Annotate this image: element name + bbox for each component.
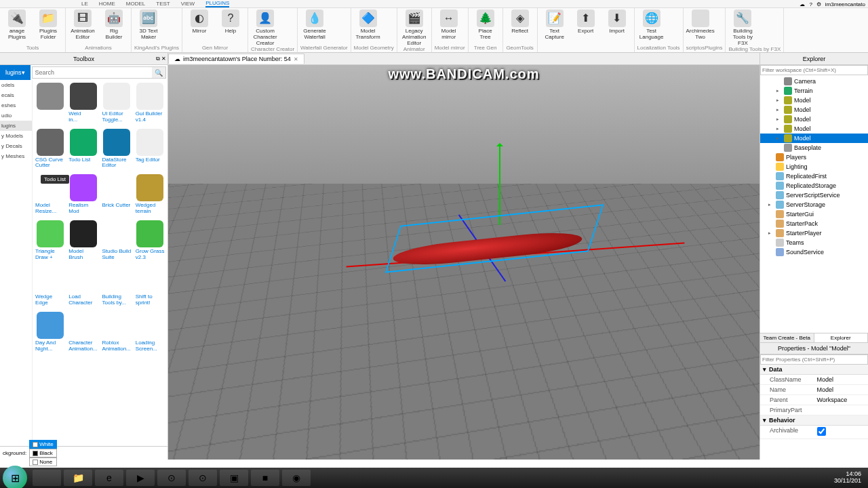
prop-archivable[interactable]: Archivable xyxy=(760,426,868,439)
ribbon-reflect[interactable]: ◈Reflect xyxy=(506,9,534,35)
taskbar-clock[interactable]: 14:06 30/11/201 xyxy=(834,471,865,485)
tree-item-lighting[interactable]: Lighting xyxy=(760,162,868,171)
plugin-item[interactable]: Weldin... xyxy=(68,83,98,123)
plugin-item[interactable]: UI EditorToggle... xyxy=(102,83,132,123)
plugin-item[interactable]: Wedge Edge xyxy=(35,266,64,306)
document-tab[interactable]: ☁ im3meencantatown's Place Number: 54 ✕ xyxy=(168,54,304,64)
tree-item-teams[interactable]: Teams xyxy=(760,238,868,247)
tree-item-camera[interactable]: Camera xyxy=(760,77,868,86)
bg-opt-white[interactable]: White xyxy=(29,440,56,449)
properties-filter[interactable] xyxy=(760,354,868,365)
taskbar-app[interactable] xyxy=(33,470,61,486)
taskbar-app[interactable]: ⊙ xyxy=(189,470,217,486)
tree-item-model[interactable]: ▸Model xyxy=(760,134,868,143)
tree-item-model[interactable]: ▸Model xyxy=(760,105,868,115)
search-icon[interactable]: 🔍 xyxy=(152,67,165,78)
taskbar-app[interactable]: ▶ xyxy=(126,470,155,486)
tree-item-starterpack[interactable]: StarterPack xyxy=(760,219,868,228)
ribbon-animation-editor[interactable]: 🎞AnimationEditor xyxy=(68,9,97,41)
plugin-item[interactable]: Todo List xyxy=(68,129,98,169)
tree-item-starterplayer[interactable]: ▸StarterPlayer xyxy=(760,228,868,238)
plugin-item[interactable]: Tag Editor xyxy=(136,129,165,169)
plugin-item[interactable]: RealismMod xyxy=(68,174,98,215)
viewport[interactable]: ☁ im3meencantatown's Place Number: 54 ✕ … xyxy=(168,53,760,460)
prop-section-data[interactable]: ▾Data xyxy=(760,365,868,375)
bg-opt-none[interactable]: None xyxy=(29,458,56,466)
panel-tab-team-create---beta[interactable]: Team Create - Beta xyxy=(760,333,814,342)
ribbon-model-mirror[interactable]: ↔Modelmirror xyxy=(435,9,463,41)
plugin-item[interactable]: Gui Builderv1.4 xyxy=(136,83,165,123)
explorer-filter[interactable] xyxy=(760,65,868,75)
ribbon-test-language[interactable]: 🌐TestLanguage xyxy=(637,9,666,41)
plugin-item[interactable]: Grow Grassv2.3 xyxy=(136,220,165,261)
prop-checkbox[interactable] xyxy=(817,427,826,436)
toolbox-category-tab[interactable]: lugins ▾ xyxy=(0,65,31,80)
category-ecals[interactable]: ecals xyxy=(0,90,32,100)
tree-item-soundservice[interactable]: SoundService xyxy=(760,247,868,257)
ribbon-help[interactable]: ?Help xyxy=(216,9,245,35)
bg-opt-black[interactable]: Black xyxy=(29,449,56,458)
plugin-item[interactable] xyxy=(35,83,64,123)
plugin-item[interactable]: Model Brush xyxy=(68,220,98,261)
taskbar-app[interactable]: ■ xyxy=(251,470,279,486)
3d-view[interactable]: www.BANDICAM.com xyxy=(168,65,760,460)
taskbar-app[interactable]: ◉ xyxy=(282,470,311,486)
menu-home[interactable]: HOME xyxy=(99,1,115,7)
plugin-item[interactable]: Brick Cutter xyxy=(102,174,132,215)
tree-item-serverstorage[interactable]: ▸ServerStorage xyxy=(760,200,868,209)
ribbon-model-transform[interactable]: 🔷ModelTransform xyxy=(354,9,382,41)
y-axis-gizmo[interactable] xyxy=(499,144,500,225)
taskbar-app[interactable]: ⊙ xyxy=(157,470,186,486)
prop-parent[interactable]: ParentWorkspace xyxy=(760,395,868,405)
plugin-item[interactable]: DataStoreEditor xyxy=(102,129,132,169)
tree-item-terrain[interactable]: ▸Terrain xyxy=(760,86,868,96)
category-y Models[interactable]: y Models xyxy=(0,131,32,141)
help-icon[interactable]: ? xyxy=(809,1,812,7)
toolbox-search[interactable]: 🔍 xyxy=(32,66,166,79)
ribbon-legacy-animation-editor[interactable]: 🎬Legacy AnimationEditor xyxy=(400,9,429,46)
plugin-item[interactable]: CSG CurveCutter xyxy=(35,129,64,169)
plugin-item[interactable]: Wedgedterrain xyxy=(136,174,165,215)
ribbon-generate-waterfall[interactable]: 💧GenerateWaterfall xyxy=(300,9,329,41)
plugin-item[interactable]: BuildingTools by... xyxy=(102,266,132,306)
plugin-item[interactable]: LoadingScreen... xyxy=(136,312,165,352)
tree-item-model[interactable]: ▸Model xyxy=(760,124,868,134)
ribbon-plugins-folder[interactable]: 📁PluginsFolder xyxy=(34,9,62,41)
tree-item-replicatedfirst[interactable]: ReplicatedFirst xyxy=(760,171,868,181)
menu-le[interactable]: LE xyxy=(81,1,88,7)
taskbar-app[interactable]: ▣ xyxy=(220,470,248,486)
ribbon-export[interactable]: ⬆Export xyxy=(572,9,600,35)
prop-section-behavior[interactable]: ▾Behavior xyxy=(760,415,868,426)
tree-item-replicatedstorage[interactable]: ReplicatedStorage xyxy=(760,181,868,190)
ribbon-place-tree[interactable]: 🌲PlaceTree xyxy=(471,9,500,41)
menu-view[interactable]: VIEW xyxy=(181,1,195,7)
tree-item-serverscriptservice[interactable]: ServerScriptService xyxy=(760,190,868,200)
tree-item-model[interactable]: ▸Model xyxy=(760,96,868,105)
prop-name[interactable]: NameModel xyxy=(760,385,868,395)
plugin-item[interactable]: TriangleDraw + xyxy=(35,220,64,261)
category-y Meshes[interactable]: y Meshes xyxy=(0,151,32,161)
plugin-item[interactable]: Day AndNight... xyxy=(35,312,64,352)
tree-item-model[interactable]: ▸Model xyxy=(760,115,868,124)
category-eshes[interactable]: eshes xyxy=(0,100,32,110)
search-input[interactable] xyxy=(33,68,152,77)
settings-icon[interactable]: ⚙ xyxy=(816,1,821,7)
menu-test[interactable]: TEST xyxy=(156,1,170,7)
plugin-item[interactable]: RobloxAnimation... xyxy=(102,312,132,352)
ribbon-3d-text-maker[interactable]: 🔤3D TextMaker xyxy=(134,9,163,41)
ribbon-text-capture[interactable]: 📝TextCapture xyxy=(540,9,569,41)
taskbar-app[interactable]: 📁 xyxy=(64,470,92,486)
tree-item-players[interactable]: Players xyxy=(760,152,868,162)
menu-model[interactable]: MODEL xyxy=(126,1,145,7)
ribbon-custom-character-creator[interactable]: 👤Custom CharacterCreator xyxy=(251,9,279,46)
category-udio[interactable]: udio xyxy=(0,110,32,121)
undock-icon[interactable]: ⧉ xyxy=(156,56,160,62)
plugin-item[interactable]: Studio BuildSuite xyxy=(102,220,132,261)
ribbon-anage-plugins[interactable]: 🔌anagePlugins xyxy=(3,9,31,41)
panel-tab-explorer[interactable]: Explorer xyxy=(814,333,869,342)
close-tab-icon[interactable]: ✕ xyxy=(294,56,298,62)
ribbon-rig-builder[interactable]: 🤖RigBuilder xyxy=(100,9,128,41)
tree-item-baseplate[interactable]: Baseplate xyxy=(760,143,868,152)
category-lugins[interactable]: lugins xyxy=(0,121,32,131)
ribbon-archimedes-two[interactable]: Archimedes Two xyxy=(686,9,715,41)
